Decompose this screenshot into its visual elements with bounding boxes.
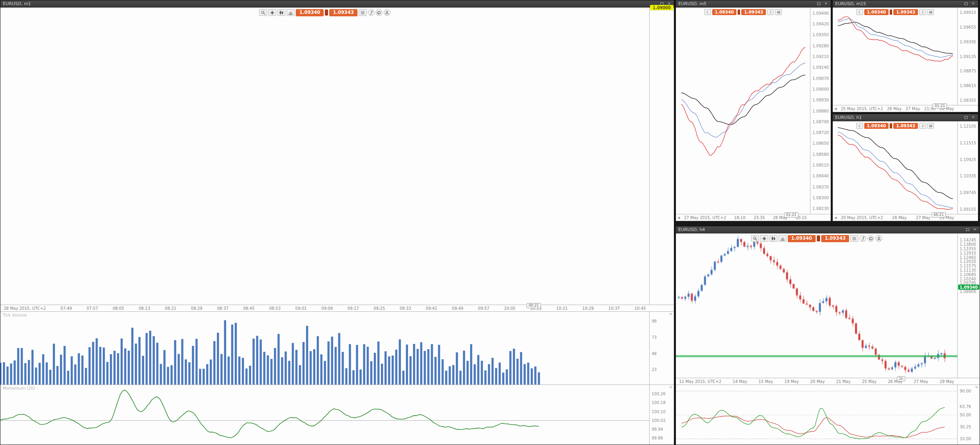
titlebar-h1[interactable]: EURUSD, h1 ✕ bbox=[833, 114, 978, 121]
chevron-left-icon[interactable] bbox=[856, 123, 863, 129]
stochastic-area bbox=[676, 385, 957, 445]
time-axis-h4[interactable]: 11 May 2015, UTC+214 May15 May19 May20 M… bbox=[676, 378, 980, 385]
volume-canvas[interactable] bbox=[0, 312, 649, 385]
zoom-icon[interactable] bbox=[259, 9, 267, 16]
axis-tick: 1.14245 bbox=[960, 238, 976, 242]
titlebar-h4[interactable]: EURUSD, h4 ✕ bbox=[676, 226, 980, 233]
watchlist-icon[interactable] bbox=[359, 9, 367, 16]
axis-tick: 90.00 bbox=[960, 389, 971, 393]
close-icon[interactable]: ✕ bbox=[972, 227, 977, 232]
time-axis-h1[interactable]: ◀ 20 May 2015, UTC+226 May27 May29 May bbox=[833, 214, 978, 221]
sell-button[interactable]: 1.09340 bbox=[864, 123, 889, 129]
axis-tick: 100.10 bbox=[652, 409, 666, 414]
traders-icon[interactable] bbox=[875, 235, 882, 242]
scroll-left-button[interactable]: ◀ bbox=[833, 216, 837, 220]
price-axis[interactable]: 1.093401.09000 bbox=[649, 8, 674, 305]
price-axis[interactable]: 1.094901.094201.093501.092801.092101.091… bbox=[810, 8, 831, 214]
price-chart-canvas[interactable] bbox=[833, 8, 957, 105]
price-chart-h4: 1.09340 1.09343 ƒ 1.142451.138001.133551… bbox=[676, 233, 980, 378]
buy-button[interactable]: 1.09343 bbox=[742, 9, 766, 15]
restore-icon[interactable] bbox=[965, 227, 970, 232]
crosshair-icon[interactable] bbox=[268, 9, 276, 16]
restore-icon[interactable] bbox=[964, 2, 968, 6]
buy-button[interactable]: 1.09343 bbox=[821, 235, 849, 242]
fx-icon[interactable]: ƒ bbox=[859, 235, 866, 242]
panel-title: EURUSD, m15 bbox=[835, 1, 961, 6]
crosshair-icon[interactable] bbox=[760, 235, 768, 242]
restore-icon[interactable] bbox=[964, 115, 968, 120]
sell-button[interactable]: 1.09340 bbox=[296, 9, 324, 16]
indicator-label: Tick Volume bbox=[3, 313, 27, 317]
panel-eurusd-h1: EURUSD, h1 ✕ 1.09340 1.09343 1.121051.11… bbox=[832, 114, 978, 222]
scroll-left-button[interactable]: ◀ bbox=[833, 107, 837, 111]
stochastic-axis[interactable]: ✕ 90.0063.7650.0030.2510.00 bbox=[957, 385, 980, 445]
traders-icon[interactable] bbox=[384, 9, 390, 16]
chevron-right-icon[interactable] bbox=[919, 123, 926, 129]
axis-tick: 1.09350 bbox=[812, 33, 829, 37]
chevron-right-icon[interactable] bbox=[919, 9, 926, 15]
spread-box bbox=[890, 10, 892, 15]
price-chart-canvas[interactable] bbox=[676, 233, 957, 378]
sell-button[interactable]: 1.09340 bbox=[864, 9, 889, 15]
price-chart-canvas[interactable] bbox=[833, 121, 957, 214]
time-label: 09:17 bbox=[347, 306, 359, 311]
fx-icon[interactable]: ƒ bbox=[368, 9, 375, 16]
history-icon[interactable] bbox=[867, 235, 874, 242]
momentum-axis[interactable]: ✕ 100.26100.18100.10100.0299.9499.86 bbox=[649, 385, 674, 445]
sell-button[interactable]: 1.09340 bbox=[788, 235, 816, 242]
price-axis[interactable]: 1.142451.138001.133551.129101.124651.120… bbox=[957, 233, 980, 378]
axis-tick: 1.08355 bbox=[960, 98, 976, 102]
close-icon[interactable]: ✕ bbox=[971, 115, 976, 120]
time-label: 25 May 2015, UTC+2 bbox=[841, 107, 883, 111]
time-label: 20 May 2015, UTC+2 bbox=[841, 216, 883, 220]
price-chart-canvas[interactable] bbox=[0, 8, 649, 305]
buy-button[interactable]: 1.09343 bbox=[330, 9, 357, 16]
chevron-left-icon[interactable] bbox=[704, 9, 711, 15]
panel-title: EURUSD, h1 bbox=[835, 115, 961, 120]
titlebar-m5[interactable]: EURUSD, m5 ✕ bbox=[676, 0, 831, 8]
axis-tick: 1.08720 bbox=[812, 130, 829, 135]
indicators-icon[interactable] bbox=[287, 9, 295, 16]
watchlist-icon[interactable] bbox=[850, 235, 858, 242]
time-label: 29 May bbox=[939, 379, 954, 384]
indicators-icon[interactable] bbox=[779, 235, 787, 242]
panel-title: EURUSD, m5 bbox=[678, 1, 814, 6]
sell-button[interactable]: 1.09340 bbox=[712, 9, 737, 15]
scroll-left-button[interactable]: ◀ bbox=[676, 216, 681, 220]
menu-icon[interactable] bbox=[927, 9, 934, 15]
zoom-icon[interactable] bbox=[751, 235, 759, 242]
price-chart-canvas[interactable] bbox=[676, 8, 810, 214]
chart-type-icon[interactable] bbox=[277, 9, 285, 16]
titlebar-m1[interactable]: EURUSD, m1 ✕ bbox=[0, 0, 674, 8]
time-axis-m5[interactable]: ◀ 27 May 2015, UTC+218:1023:3528 May10:1… bbox=[676, 214, 831, 221]
titlebar-m15[interactable]: EURUSD, m15 ✕ bbox=[833, 0, 978, 8]
close-indicator-icon[interactable]: ✕ bbox=[669, 385, 672, 389]
chevron-left-icon[interactable] bbox=[856, 9, 863, 15]
stochastic-canvas[interactable] bbox=[676, 385, 957, 445]
history-icon[interactable] bbox=[376, 9, 383, 16]
chart-type-icon[interactable] bbox=[769, 235, 777, 242]
volume-axis[interactable]: ✕ 98734823 bbox=[649, 312, 674, 385]
chevron-right-icon[interactable] bbox=[767, 9, 774, 15]
bar-countdown-badge: 01:21 bbox=[933, 103, 947, 109]
price-axis[interactable]: 1.099151.096551.093951.091351.088751.086… bbox=[957, 8, 978, 105]
time-label: 21 May bbox=[836, 379, 851, 384]
close-indicator-icon[interactable]: ✕ bbox=[669, 312, 672, 316]
time-axis-m15[interactable]: ◀ 25 May 2015, UTC+226 May27 May21:0028 … bbox=[833, 105, 978, 112]
menu-icon[interactable] bbox=[775, 9, 782, 15]
momentum-canvas[interactable] bbox=[0, 385, 649, 445]
time-axis-m1[interactable]: 28 May 2015, UTC+207:4907:5708:0508:1308… bbox=[0, 305, 674, 312]
menu-icon[interactable] bbox=[927, 123, 934, 129]
momentum-panel: Momentum (20) ✕ 100.26100.18100.10100.02… bbox=[0, 385, 674, 445]
trading-workspace: EURUSD, m1 ✕ 1.09340 1.09343 ƒ bbox=[0, 0, 980, 445]
time-label: 10:29 bbox=[582, 306, 594, 311]
close-icon[interactable]: ✕ bbox=[824, 2, 828, 6]
time-label: 15 May bbox=[759, 379, 773, 384]
close-indicator-icon[interactable]: ✕ bbox=[975, 385, 978, 389]
buy-button[interactable]: 1.09343 bbox=[894, 9, 918, 15]
restore-icon[interactable] bbox=[816, 2, 821, 6]
time-label: 07:57 bbox=[86, 306, 98, 311]
buy-button[interactable]: 1.09343 bbox=[894, 123, 918, 129]
price-axis[interactable]: 1.121051.115151.109251.103351.097451.091… bbox=[957, 121, 978, 214]
close-icon[interactable]: ✕ bbox=[971, 2, 976, 6]
